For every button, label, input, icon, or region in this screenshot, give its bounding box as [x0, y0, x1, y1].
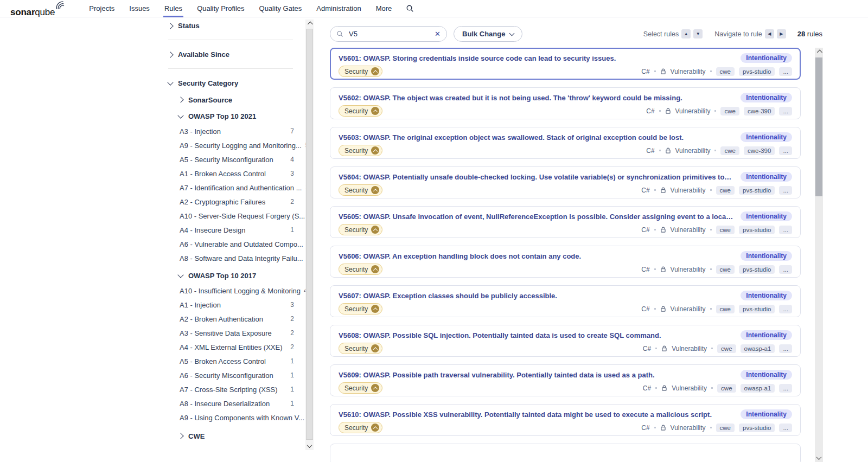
- facet-cwe[interactable]: CWE: [168, 428, 298, 444]
- nav-search-icon[interactable]: [406, 4, 414, 12]
- facet-value-a7-identification-and-authentication[interactable]: A7 - Identification and Authentication .…: [168, 181, 298, 195]
- rule-title-link[interactable]: V5607: OWASP. Exception classes should b…: [339, 292, 557, 300]
- more-tags-button[interactable]: ...: [779, 107, 792, 116]
- rule-tag[interactable]: cwe: [716, 265, 735, 274]
- rule-tag[interactable]: pvs-studio: [739, 226, 775, 234]
- rule-title-link[interactable]: V5603: OWASP. The original exception obj…: [339, 133, 684, 142]
- more-tags-button[interactable]: ...: [779, 305, 792, 313]
- rule-card[interactable]: V5604: OWASP. Potentially unsafe double-…: [330, 166, 801, 198]
- sidebar-scrollbar-thumb[interactable]: [306, 29, 313, 440]
- facet-value-a9-security-logging-and-monitoring[interactable]: A9 - Security Logging and Monitoring...5: [168, 138, 298, 152]
- rule-tag[interactable]: pvs-studio: [739, 305, 775, 313]
- rule-tag[interactable]: owasp-a1: [741, 344, 775, 353]
- facet-value-a3-injection[interactable]: A3 - Injection7: [168, 124, 298, 138]
- rule-title-link[interactable]: V5606: OWASP. An exception handling bloc…: [339, 252, 581, 260]
- rule-card[interactable]: V5608: OWASP. Possible SQL injection. Po…: [330, 325, 801, 357]
- nav-item-projects[interactable]: Projects: [89, 0, 114, 17]
- rules-search-box[interactable]: ✕: [330, 26, 447, 42]
- rule-card[interactable]: V5602: OWASP. The object was created but…: [330, 87, 801, 119]
- facet-value-a1-injection[interactable]: A1 - Injection3: [168, 298, 298, 312]
- more-tags-button[interactable]: ...: [779, 384, 792, 393]
- bulk-change-button[interactable]: Bulk Change: [454, 26, 522, 42]
- nav-item-quality-gates[interactable]: Quality Gates: [259, 0, 302, 17]
- rule-tag[interactable]: owasp-a1: [741, 384, 775, 393]
- facet-value-a4-insecure-design[interactable]: A4 - Insecure Design1: [168, 223, 298, 237]
- facet-security-category[interactable]: Security Category: [168, 76, 298, 91]
- facet-available-since[interactable]: Available Since: [168, 47, 298, 62]
- rule-title-link[interactable]: V5610: OWASP. Possible XSS vulnerability…: [339, 410, 712, 419]
- rule-tag[interactable]: cwe: [720, 146, 739, 155]
- facet-value-a2-broken-authentication[interactable]: A2 - Broken Authentication2: [168, 312, 298, 326]
- sonarqube-logo[interactable]: sonarqube: [10, 1, 66, 17]
- scroll-up-icon[interactable]: [815, 48, 823, 56]
- rule-title-link[interactable]: V5608: OWASP. Possible SQL injection. Po…: [339, 331, 661, 339]
- rule-card[interactable]: V5606: OWASP. An exception handling bloc…: [330, 246, 801, 278]
- rule-title-link[interactable]: V5604: OWASP. Potentially unsafe double-…: [339, 173, 733, 181]
- rule-title-link[interactable]: V5605: OWASP. Unsafe invocation of event…: [339, 213, 733, 221]
- rule-card[interactable]: V5603: OWASP. The original exception obj…: [330, 127, 801, 159]
- rule-tag[interactable]: cwe-390: [744, 107, 775, 116]
- facet-value-a8-software-and-data-integrity-failu[interactable]: A8 - Software and Data Integrity Failu..…: [168, 251, 298, 265]
- rule-tag[interactable]: cwe: [717, 344, 736, 353]
- nav-item-more[interactable]: More: [376, 0, 392, 17]
- scroll-up-icon[interactable]: [305, 20, 314, 28]
- nav-item-rules[interactable]: Rules: [164, 0, 182, 17]
- rule-card[interactable]: V5609: OWASP. Possible path traversal vu…: [330, 364, 801, 396]
- facet-value-a6-security-misconfiguration[interactable]: A6 - Security Misconfiguration1: [168, 368, 298, 382]
- nav-item-issues[interactable]: Issues: [129, 0, 150, 17]
- rule-card-partial[interactable]: [330, 444, 801, 462]
- rule-title-link[interactable]: V5602: OWASP. The object was created but…: [339, 94, 682, 102]
- facet-status[interactable]: Status: [168, 18, 298, 33]
- scroll-down-icon[interactable]: [815, 453, 823, 462]
- rule-title-link[interactable]: V5601: OWASP. Storing credentials inside…: [339, 54, 616, 62]
- facet-value-a10-insufficient-logging-monitoring[interactable]: A10 - Insufficient Logging & Monitoring4: [168, 284, 298, 298]
- rule-tag[interactable]: cwe: [716, 67, 735, 76]
- select-next-button[interactable]: ▼: [693, 29, 703, 39]
- sidebar-scrollbar[interactable]: [305, 20, 314, 450]
- more-tags-button[interactable]: ...: [779, 344, 792, 353]
- facet-value-a5-security-misconfiguration[interactable]: A5 - Security Misconfiguration4: [168, 152, 298, 166]
- rule-tag[interactable]: pvs-studio: [739, 265, 775, 274]
- rule-tag[interactable]: pvs-studio: [739, 186, 775, 195]
- search-input[interactable]: [348, 29, 435, 39]
- rule-card[interactable]: V5605: OWASP. Unsafe invocation of event…: [330, 206, 801, 238]
- rule-card[interactable]: V5610: OWASP. Possible XSS vulnerability…: [330, 404, 801, 436]
- facet-value-a2-cryptographic-failures[interactable]: A2 - Cryptographic Failures2: [168, 195, 298, 209]
- rule-tag[interactable]: cwe: [716, 186, 735, 195]
- facet-value-a8-insecure-deserialization[interactable]: A8 - Insecure Deserialization1: [168, 396, 298, 410]
- rule-tag[interactable]: cwe: [720, 107, 739, 116]
- facet-sonarsource[interactable]: SonarSource: [168, 92, 298, 108]
- scroll-down-icon[interactable]: [305, 441, 314, 450]
- facet-value-a6-vulnerable-and-outdated-compo[interactable]: A6 - Vulnerable and Outdated Compo...1: [168, 237, 298, 251]
- facet-value-a1-broken-access-control[interactable]: A1 - Broken Access Control3: [168, 166, 298, 181]
- select-previous-button[interactable]: ▲: [681, 29, 691, 39]
- facet-value-a7-cross-site-scripting-xss[interactable]: A7 - Cross-Site Scripting (XSS)1: [168, 382, 298, 396]
- nav-item-administration[interactable]: Administration: [316, 0, 361, 17]
- rule-tag[interactable]: cwe: [716, 305, 735, 313]
- facet-value-a9-using-components-with-known-v[interactable]: A9 - Using Components with Known V...1: [168, 410, 298, 425]
- rule-tag[interactable]: cwe-390: [744, 146, 775, 155]
- more-tags-button[interactable]: ...: [779, 67, 792, 76]
- clear-search-icon[interactable]: ✕: [435, 30, 441, 37]
- facet-value-a4-xml-external-entities-xxe[interactable]: A4 - XML External Entities (XXE)2: [168, 340, 298, 354]
- more-tags-button[interactable]: ...: [779, 146, 792, 155]
- rule-tag[interactable]: cwe: [717, 384, 736, 393]
- rule-card[interactable]: V5601: OWASP. Storing credentials inside…: [330, 48, 801, 80]
- more-tags-button[interactable]: ...: [779, 265, 792, 274]
- facet-value-a10-server-side-request-forgery-s[interactable]: A10 - Server-Side Request Forgery (S...1: [168, 209, 298, 223]
- rule-tag[interactable]: cwe: [716, 226, 735, 234]
- more-tags-button[interactable]: ...: [779, 424, 792, 432]
- more-tags-button[interactable]: ...: [779, 226, 792, 234]
- rules-scrollbar-thumb[interactable]: [815, 57, 822, 196]
- facet-value-a5-broken-access-control[interactable]: A5 - Broken Access Control1: [168, 354, 298, 368]
- navigate-previous-button[interactable]: ◀: [765, 29, 774, 39]
- facet-owasp-top-10-2021[interactable]: OWASP Top 10 2021: [168, 108, 298, 124]
- facet-owasp-top-10-2017[interactable]: OWASP Top 10 2017: [168, 267, 298, 284]
- rule-tag[interactable]: cwe: [716, 424, 735, 432]
- navigate-next-button[interactable]: ▶: [777, 29, 786, 39]
- nav-item-quality-profiles[interactable]: Quality Profiles: [197, 0, 244, 17]
- rule-tag[interactable]: pvs-studio: [739, 67, 775, 76]
- facet-value-a3-sensitive-data-exposure[interactable]: A3 - Sensitive Data Exposure2: [168, 326, 298, 340]
- rule-card[interactable]: V5607: OWASP. Exception classes should b…: [330, 285, 801, 317]
- rule-title-link[interactable]: V5609: OWASP. Possible path traversal vu…: [339, 371, 655, 379]
